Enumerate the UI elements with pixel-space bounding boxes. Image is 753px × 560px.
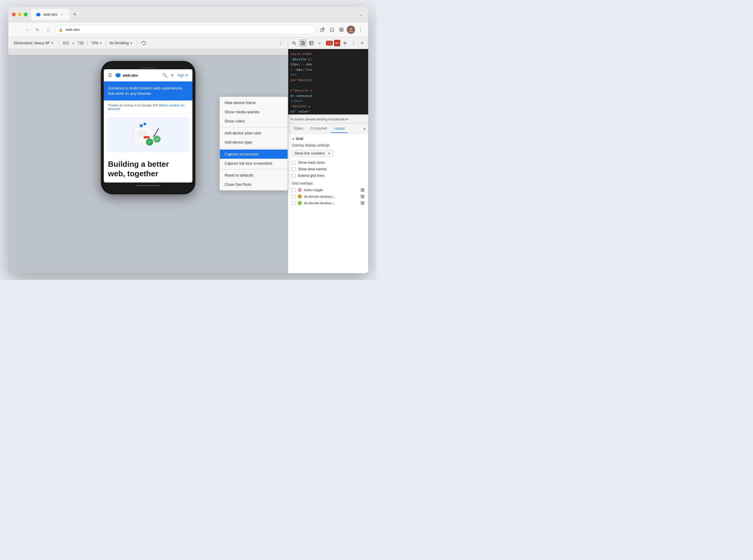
grid-overlay-checkbox-2[interactable] [292, 195, 296, 199]
external-link-button[interactable] [318, 25, 327, 34]
sign-in-button[interactable]: Sign in [177, 73, 188, 77]
svg-point-7 [350, 28, 352, 30]
width-value[interactable]: 412 [63, 41, 69, 45]
svg-rect-5 [340, 30, 341, 32]
close-window-button[interactable] [12, 13, 16, 16]
throttle-dropdown[interactable]: No throttling ▼ [110, 41, 133, 45]
profile-avatar[interactable] [347, 25, 355, 34]
context-menu-separator-2 [220, 148, 288, 148]
close-devtools-item[interactable]: Close DevTools [220, 180, 288, 189]
more-options-button[interactable]: ⋮ [356, 25, 365, 34]
section-arrow-icon: ▼ [292, 137, 295, 141]
grid-overlay-icon-2[interactable] [361, 194, 365, 199]
grid-overlay-icon-3[interactable] [361, 201, 365, 205]
grid-overlay-checkbox-1[interactable] [292, 188, 296, 192]
svg-rect-34 [361, 188, 364, 192]
bookmark-button[interactable] [328, 25, 336, 34]
html-line: er-announce [291, 93, 366, 99]
breadcrumb-right-arrow[interactable]: ▶ [346, 117, 349, 121]
devtools-close-button[interactable]: × [359, 39, 366, 47]
dimensions-dropdown[interactable]: Dimensions: Nexus 6P ▼ [12, 40, 55, 46]
show-media-queries-item[interactable]: Show media queries [220, 107, 288, 117]
address-bar-actions: ⋮ [318, 25, 365, 34]
html-line: </div> [291, 98, 366, 104]
height-value[interactable]: 732 [78, 41, 83, 45]
inspect-element-button[interactable] [291, 39, 298, 47]
maximize-window-button[interactable] [24, 13, 28, 16]
svg-rect-15 [137, 135, 144, 136]
url-text: web.dev [65, 27, 80, 32]
reset-to-defaults-item[interactable]: Reset to defaults [220, 171, 288, 180]
phone-home-indicator [136, 185, 160, 186]
elements-panel-button[interactable] [308, 39, 315, 47]
home-button[interactable]: ⌂ [44, 25, 52, 34]
show-area-names-checkbox[interactable] [292, 167, 296, 171]
toolbar-separator-2 [87, 40, 88, 46]
extensions-button[interactable] [337, 25, 346, 34]
show-track-sizes-label: Show track sizes [298, 161, 325, 165]
minimize-window-button[interactable] [18, 13, 22, 16]
capture-screenshot-item[interactable]: Capture screenshot [220, 149, 288, 159]
grid-overlay-checkbox-3[interactable] [292, 201, 296, 205]
context-menu-separator-3 [220, 169, 288, 169]
grid-overlay-icon-1[interactable] [361, 188, 365, 192]
tab-close-button[interactable]: × [60, 12, 64, 17]
zoom-dropdown[interactable]: 74% ▼ [91, 41, 102, 45]
show-track-sizes-checkbox[interactable] [292, 161, 296, 165]
capture-full-size-screenshot-item[interactable]: Capture full size screenshot [220, 159, 288, 168]
svg-rect-27 [301, 41, 303, 45]
error-icon [334, 40, 340, 46]
tab-layout[interactable]: Layout [331, 124, 348, 133]
tab-area: web.dev × + [31, 9, 358, 20]
svg-rect-4 [342, 28, 343, 29]
context-menu: Hide device frame Show media queries Sho… [219, 97, 288, 191]
grid-overlay-item-1: button.toggle [292, 188, 365, 192]
context-menu-separator-1 [220, 127, 288, 127]
panel-more-button[interactable]: » [363, 126, 366, 132]
svg-rect-13 [137, 131, 146, 132]
breadcrumb-left-arrow[interactable]: ◀ [291, 117, 293, 121]
svg-rect-39 [361, 195, 364, 198]
section-grid-label: Grid [296, 137, 303, 141]
svg-text:✓: ✓ [155, 137, 159, 141]
back-button[interactable]: ← [12, 25, 20, 34]
more-device-options-button[interactable]: ⋮ [277, 40, 284, 47]
html-line [291, 83, 366, 88]
add-device-pixel-ratio-item[interactable]: Add device pixel ratio [220, 128, 288, 138]
refresh-button[interactable]: ↻ [33, 25, 42, 34]
show-rulers-item[interactable]: Show rulers [220, 117, 288, 126]
svg-line-23 [154, 129, 158, 136]
rotate-button[interactable] [140, 40, 147, 47]
phone-screen: ☰ web.dev [104, 69, 192, 182]
svg-rect-14 [137, 133, 147, 134]
webdev-logo-text: web.dev [123, 73, 138, 78]
watch-link[interactable]: Watch content on-demand. [108, 103, 185, 111]
device-toggle-button[interactable] [299, 39, 307, 47]
error-badge[interactable]: !1 [326, 41, 333, 45]
line-numbers-dropdown[interactable]: Show line numbers ▼ [292, 150, 333, 157]
extend-grid-lines-checkbox[interactable] [292, 174, 296, 178]
html-line: nt> [291, 72, 366, 78]
breadcrumb-bar: ◀ section.devsite-landing-row.devsite ▶ [288, 115, 368, 123]
search-icon[interactable]: 🔍 [162, 73, 168, 78]
tab-styles[interactable]: Styles [291, 124, 306, 133]
zoom-value: 74% [91, 41, 98, 45]
add-device-type-item[interactable]: Add device type [220, 138, 288, 147]
brightness-icon[interactable]: ☀ [170, 73, 174, 78]
tab-title: web.dev [43, 12, 57, 17]
window-controls[interactable]: ⌄ [358, 11, 365, 18]
devtools-more-button[interactable]: ⋮ [350, 39, 358, 47]
url-bar[interactable]: 🔒 web.dev [55, 25, 316, 35]
forward-button[interactable]: → [23, 25, 31, 34]
html-viewer[interactable]: vsite-sidel -devsite-j: 51px; --dev : -4… [288, 49, 368, 115]
security-icon: 🔒 [59, 28, 63, 32]
extend-grid-lines-label: Extend grid lines [298, 174, 325, 178]
hide-device-frame-item[interactable]: Hide device frame [220, 98, 288, 107]
new-tab-button[interactable]: + [71, 11, 79, 19]
active-tab[interactable]: web.dev × [31, 9, 69, 20]
breadcrumb-text[interactable]: section.devsite-landing-row.devsite [294, 117, 345, 121]
settings-button[interactable] [342, 39, 349, 47]
tab-computed[interactable]: Computed [308, 124, 330, 133]
browser-window: web.dev × + ⌄ ← → ↻ ⌂ 🔒 web.dev [8, 7, 368, 273]
more-tools-button[interactable]: » [316, 39, 324, 47]
